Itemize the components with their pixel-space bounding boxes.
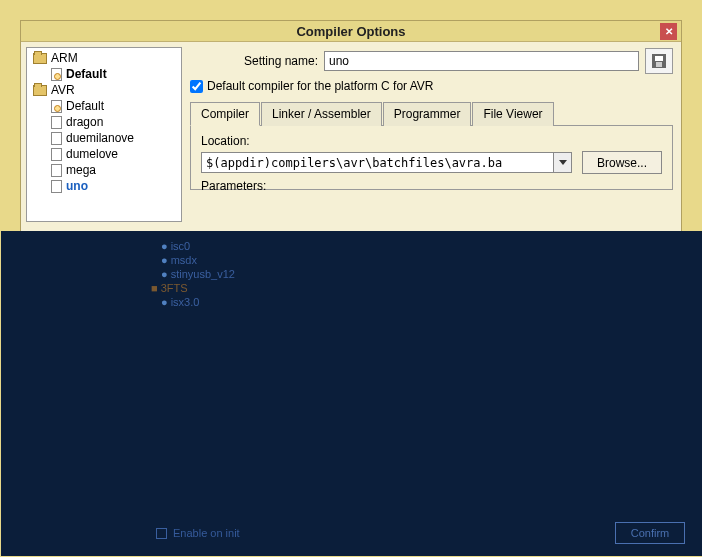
dark-overlay-panel: ●isc0 ●msdx ●stinyusb_v12 ■3FTS ●isx3.0 … bbox=[1, 231, 702, 556]
setting-icon bbox=[51, 164, 62, 177]
settings-tree[interactable]: ARM Default AVR Default dragon bbox=[26, 47, 182, 222]
titlebar: Compiler Options ✕ bbox=[21, 21, 681, 42]
setting-icon bbox=[51, 116, 62, 129]
tree-node-arm-default[interactable]: Default bbox=[27, 66, 181, 82]
dark-item[interactable]: ●msdx bbox=[161, 253, 235, 267]
dark-item[interactable]: ●isc0 bbox=[161, 239, 235, 253]
dark-content: ●isc0 ●msdx ●stinyusb_v12 ■3FTS ●isx3.0 … bbox=[1, 231, 702, 556]
default-compiler-row: Default compiler for the platform C for … bbox=[190, 79, 673, 93]
dialog: Compiler Options ✕ ARM Default AVR bbox=[20, 20, 682, 550]
setting-name-row: Setting name: bbox=[190, 48, 673, 74]
tree-node-duemilanove[interactable]: duemilanove bbox=[27, 130, 181, 146]
tree-label: duemilanove bbox=[66, 131, 134, 145]
tree-label: uno bbox=[66, 179, 88, 193]
tree-label: dumelove bbox=[66, 147, 118, 161]
chevron-down-icon bbox=[559, 160, 567, 165]
tree-label: AVR bbox=[51, 83, 75, 97]
default-compiler-checkbox[interactable] bbox=[190, 80, 203, 93]
location-row: Browse... bbox=[201, 151, 662, 174]
dark-item-label: stinyusb_v12 bbox=[171, 268, 235, 280]
bullet-icon: ● bbox=[161, 240, 168, 252]
dark-bottom-bar: Enable on init Confirm bbox=[156, 522, 685, 544]
bullet-icon: ● bbox=[161, 268, 168, 280]
dark-item-label: isx3.0 bbox=[171, 296, 200, 308]
dark-checkbox-label: Enable on init bbox=[173, 527, 240, 539]
dark-item[interactable]: ●isx3.0 bbox=[161, 295, 235, 309]
compiler-tab-content: Location: Browse... Parameters: bbox=[190, 126, 673, 190]
default-compiler-label: Default compiler for the platform C for … bbox=[207, 79, 434, 93]
dark-checkbox-row[interactable]: Enable on init bbox=[156, 527, 240, 539]
location-input[interactable] bbox=[201, 152, 554, 173]
bullet-icon: ● bbox=[161, 296, 168, 308]
bullet-icon: ■ bbox=[151, 282, 158, 294]
close-icon: ✕ bbox=[665, 26, 673, 37]
tab-bar: Compiler Linker / Assembler Programmer F… bbox=[190, 101, 673, 126]
tree-label: Default bbox=[66, 67, 107, 81]
tree-label: ARM bbox=[51, 51, 78, 65]
tree-node-avr[interactable]: AVR bbox=[27, 82, 181, 98]
parameters-label: Parameters: bbox=[201, 179, 662, 193]
setting-icon bbox=[51, 132, 62, 145]
location-dropdown-button[interactable] bbox=[554, 152, 572, 173]
setting-icon bbox=[51, 180, 62, 193]
tree-node-mega[interactable]: mega bbox=[27, 162, 181, 178]
bullet-icon: ● bbox=[161, 254, 168, 266]
dark-item-label: isc0 bbox=[171, 240, 191, 252]
save-icon bbox=[652, 54, 666, 68]
tree-label: Default bbox=[66, 99, 104, 113]
close-button[interactable]: ✕ bbox=[660, 23, 677, 40]
tree-node-dumelove[interactable]: dumelove bbox=[27, 146, 181, 162]
tab-linker[interactable]: Linker / Assembler bbox=[261, 102, 382, 126]
setting-icon bbox=[51, 100, 62, 113]
dark-item[interactable]: ●stinyusb_v12 bbox=[161, 267, 235, 281]
dark-confirm-button[interactable]: Confirm bbox=[615, 522, 685, 544]
setting-icon bbox=[51, 148, 62, 161]
save-button[interactable] bbox=[645, 48, 673, 74]
tree-node-uno[interactable]: uno bbox=[27, 178, 181, 194]
dialog-title: Compiler Options bbox=[296, 24, 405, 39]
dark-item-label: 3FTS bbox=[161, 282, 188, 294]
tab-programmer[interactable]: Programmer bbox=[383, 102, 472, 126]
window-frame: Compiler Options ✕ ARM Default AVR bbox=[0, 0, 702, 557]
tree-node-avr-default[interactable]: Default bbox=[27, 98, 181, 114]
setting-name-input[interactable] bbox=[324, 51, 639, 71]
dark-tree: ●isc0 ●msdx ●stinyusb_v12 ■3FTS ●isx3.0 bbox=[161, 239, 235, 309]
folder-icon bbox=[33, 85, 47, 96]
browse-button[interactable]: Browse... bbox=[582, 151, 662, 174]
location-label: Location: bbox=[201, 134, 662, 148]
tree-node-dragon[interactable]: dragon bbox=[27, 114, 181, 130]
tab-compiler[interactable]: Compiler bbox=[190, 102, 260, 126]
dark-item-label: msdx bbox=[171, 254, 197, 266]
dark-item-parent[interactable]: ■3FTS bbox=[151, 281, 235, 295]
tree-label: dragon bbox=[66, 115, 103, 129]
tree-label: mega bbox=[66, 163, 96, 177]
setting-icon bbox=[51, 68, 62, 81]
tree-node-arm[interactable]: ARM bbox=[27, 50, 181, 66]
setting-name-label: Setting name: bbox=[190, 54, 318, 68]
folder-icon bbox=[33, 53, 47, 64]
checkbox-icon bbox=[156, 528, 167, 539]
tab-file-viewer[interactable]: File Viewer bbox=[472, 102, 553, 126]
